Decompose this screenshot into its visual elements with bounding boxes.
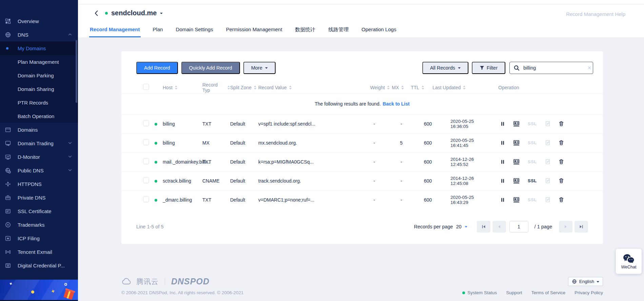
footer-link-support[interactable]: Support xyxy=(506,290,522,295)
quickly-add-record-button[interactable]: Quickly Add Record xyxy=(181,62,240,74)
tab-item-5[interactable]: 线路管理 xyxy=(328,26,349,37)
sort-icon[interactable] xyxy=(463,85,466,90)
footer-links: System StatusSupportTerms of ServicePriv… xyxy=(462,290,603,295)
tab-item-4[interactable]: 数据统计 xyxy=(295,26,316,37)
operations-cell: SSL xyxy=(490,178,603,184)
sidebar-item-icp-filing[interactable]: ICP Filing xyxy=(0,231,78,245)
sidebar-item-my-domains[interactable]: My Domains xyxy=(0,41,78,55)
pause-record-button[interactable] xyxy=(500,197,505,203)
column-header-weight[interactable]: Weight xyxy=(370,85,392,90)
sort-icon[interactable] xyxy=(421,85,424,90)
sidebar-item-domains[interactable]: Domains xyxy=(0,123,78,136)
delete-record-button[interactable] xyxy=(559,197,564,203)
cert-file-icon xyxy=(545,197,550,203)
previous-page-button[interactable] xyxy=(492,221,506,232)
row-checkbox[interactable] xyxy=(143,139,149,145)
system-status-dot xyxy=(462,291,465,294)
page-number-input[interactable] xyxy=(509,221,528,232)
back-button[interactable] xyxy=(94,10,100,17)
column-header-split-zone[interactable]: Split Zone xyxy=(230,85,258,90)
help-link[interactable]: Record Management Help xyxy=(566,11,625,17)
domain-name[interactable]: sendcloud.me xyxy=(111,9,157,17)
column-header-operation: Operation xyxy=(490,85,603,90)
promo-banner[interactable]: ✦✚ xyxy=(0,280,78,300)
row-checkbox[interactable] xyxy=(143,196,149,202)
sidebar-scrollbar[interactable] xyxy=(76,40,77,103)
pause-record-button[interactable] xyxy=(500,121,505,127)
tab-plan[interactable]: Plan xyxy=(152,26,164,37)
delete-record-button[interactable] xyxy=(559,159,564,165)
tab-record-management[interactable]: Record Management xyxy=(89,26,141,37)
search-results-notice: The following results are found. Back to… xyxy=(121,94,603,114)
sidebar-item-domain-trading[interactable]: Domain Trading xyxy=(0,136,78,150)
pause-record-button[interactable] xyxy=(500,178,505,184)
host-cell: billing xyxy=(163,140,202,146)
sort-icon[interactable] xyxy=(289,85,292,90)
host-cell: mail._domainkey.billi... xyxy=(163,159,202,165)
sort-icon[interactable] xyxy=(401,85,404,90)
back-to-list-link[interactable]: Back to List xyxy=(383,101,409,107)
search-input[interactable] xyxy=(523,65,587,71)
sidebar-item-public-dns[interactable]: Public DNS xyxy=(0,164,78,177)
sidebar-item-d-monitor[interactable]: D-Monitor xyxy=(0,150,78,164)
footer-link-terms-of-service[interactable]: Terms of Service xyxy=(531,290,565,295)
sort-icon[interactable] xyxy=(254,85,257,90)
sidebar-item-tencent-exmail[interactable]: Tencent Exmail xyxy=(0,245,78,259)
wechat-widget[interactable]: WeChat xyxy=(616,249,642,274)
resolution-stats-button[interactable] xyxy=(513,121,520,127)
resolution-stats-button[interactable] xyxy=(513,178,520,184)
sidebar-item-domain-sharing[interactable]: Domain Sharing xyxy=(0,82,78,96)
column-header-ttl[interactable]: TTL xyxy=(411,85,432,90)
ttl-cell: 600 xyxy=(411,159,432,165)
sidebar-item-dns[interactable]: DNS xyxy=(0,28,78,41)
filter-button[interactable]: Filter xyxy=(472,62,505,74)
row-checkbox[interactable] xyxy=(143,177,149,183)
footer-link-system-status[interactable]: System Status xyxy=(462,290,497,295)
last-page-button[interactable] xyxy=(575,221,588,232)
column-header-record-value[interactable]: Record Value xyxy=(258,85,370,90)
more-button[interactable]: More xyxy=(243,62,276,74)
sidebar-item-httpdns[interactable]: HTTPDNS xyxy=(0,177,78,191)
pause-record-button[interactable] xyxy=(500,140,505,146)
delete-record-button[interactable] xyxy=(559,121,564,127)
column-header-last-updated[interactable]: Last Updated xyxy=(432,85,490,90)
sort-icon[interactable] xyxy=(175,85,178,90)
add-record-button[interactable]: Add Record xyxy=(136,62,178,74)
next-page-button[interactable] xyxy=(559,221,572,232)
tab-permission-management[interactable]: Permission Management xyxy=(225,26,283,37)
first-page-button[interactable] xyxy=(477,221,490,232)
sidebar-item-plan-management[interactable]: Plan Management xyxy=(0,55,78,69)
sort-icon[interactable] xyxy=(387,85,390,90)
sidebar-item-ssl-certificate[interactable]: SSL Certificate xyxy=(0,204,78,218)
clear-search-icon[interactable]: ✕ xyxy=(587,65,591,71)
column-header-record-typ[interactable]: Record Typ xyxy=(202,82,230,93)
row-checkbox[interactable] xyxy=(143,158,149,164)
sidebar-item-digital-credential-p[interactable]: Digital Credential P... xyxy=(0,259,78,272)
resolution-stats-button[interactable] xyxy=(513,140,520,146)
tab-domain-settings[interactable]: Domain Settings xyxy=(175,26,214,37)
delete-record-button[interactable] xyxy=(559,178,564,184)
select-all-checkbox[interactable] xyxy=(143,84,149,90)
sidebar-item-domain-parking[interactable]: Domain Parking xyxy=(0,69,78,82)
tab-operation-logs[interactable]: Operation Logs xyxy=(361,26,397,37)
language-selector[interactable]: English xyxy=(568,277,603,286)
sidebar-item-overview[interactable]: Overview xyxy=(0,14,78,28)
sidebar-item-trademarks[interactable]: RTrademarks xyxy=(0,218,78,231)
row-checkbox[interactable] xyxy=(143,120,149,126)
resolution-stats-button[interactable] xyxy=(513,197,520,203)
delete-record-button[interactable] xyxy=(559,140,564,146)
record-type-filter-dropdown[interactable]: All Records xyxy=(422,62,468,74)
pause-record-button[interactable] xyxy=(500,159,505,165)
sidebar-item-ptr-records[interactable]: PTR Records xyxy=(0,96,78,109)
ssl-button[interactable]: SSL xyxy=(528,178,537,183)
resolution-stats-button[interactable] xyxy=(513,159,520,165)
records-per-page-dropdown[interactable]: Records per page 20 xyxy=(414,224,467,229)
mx-cell: 5 xyxy=(392,140,411,146)
sort-icon[interactable] xyxy=(227,85,230,90)
domain-caret-down-icon[interactable] xyxy=(160,13,163,15)
column-header-host[interactable]: Host xyxy=(163,85,202,90)
sidebar-item-private-dns[interactable]: Private DNS xyxy=(0,191,78,204)
sidebar-item-batch-operation[interactable]: Batch Operation xyxy=(0,109,78,123)
footer-link-privacy-policy[interactable]: Privacy Policy xyxy=(575,290,603,295)
column-header-mx[interactable]: MX xyxy=(392,85,411,90)
